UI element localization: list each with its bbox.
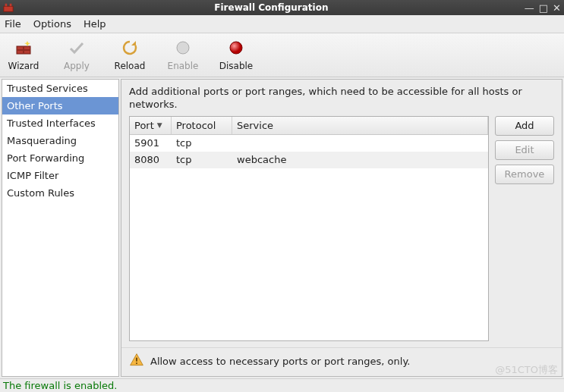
disable-label: Disable <box>219 61 254 71</box>
maximize-button[interactable]: □ <box>539 2 548 14</box>
column-port[interactable]: Port▼ <box>130 117 172 134</box>
reload-button[interactable]: Reload <box>112 39 147 71</box>
svg-point-6 <box>177 42 189 54</box>
column-protocol[interactable]: Protocol <box>172 117 232 134</box>
cell-service <box>232 142 488 145</box>
remove-button[interactable]: Remove <box>495 165 554 184</box>
reload-icon <box>121 39 139 59</box>
menu-file[interactable]: File <box>5 18 21 30</box>
window-title: Firewall Configuration <box>18 2 525 13</box>
button-column: Add Edit Remove <box>495 116 554 341</box>
svg-rect-8 <box>136 358 137 362</box>
sidebar-item-trusted-interfaces[interactable]: Trusted Interfaces <box>2 114 118 132</box>
table-header: Port▼ Protocol Service <box>130 117 488 135</box>
enable-label: Enable <box>168 61 199 71</box>
table-row[interactable]: 8080 tcp webcache <box>130 152 488 168</box>
svg-rect-0 <box>4 6 13 11</box>
reload-label: Reload <box>115 61 146 71</box>
hint-row: Allow access to necessary ports or port … <box>121 347 562 376</box>
wizard-button[interactable]: Wizard <box>6 39 41 71</box>
cell-service: webcache <box>232 152 488 167</box>
sidebar-item-port-forwarding[interactable]: Port Forwarding <box>2 149 118 167</box>
check-icon <box>68 39 86 59</box>
ports-table: Port▼ Protocol Service 5901 tcp 8080 tcp… <box>129 116 489 341</box>
sidebar: Trusted Services Other Ports Trusted Int… <box>2 79 119 377</box>
svg-rect-5 <box>23 46 24 54</box>
sidebar-item-icmp-filter[interactable]: ICMP Filter <box>2 167 118 184</box>
panel-description: Add additional ports or port ranges, whi… <box>121 80 562 116</box>
disable-button[interactable]: Disable <box>219 39 254 71</box>
edit-button[interactable]: Edit <box>495 140 554 160</box>
toolbar: Wizard Apply Reload Enable Disable <box>0 33 564 77</box>
menu-options[interactable]: Options <box>33 18 71 30</box>
add-button[interactable]: Add <box>495 116 554 136</box>
content-panel: Add additional ports or port ranges, whi… <box>121 79 562 377</box>
lamp-red-icon <box>227 39 245 59</box>
svg-rect-2 <box>10 4 12 7</box>
sidebar-item-masquerading[interactable]: Masquerading <box>2 132 118 149</box>
status-text: The firewall is enabled. <box>3 380 117 391</box>
app-icon <box>3 2 14 13</box>
wizard-icon <box>14 39 33 59</box>
svg-point-7 <box>230 42 242 54</box>
warning-icon <box>129 353 144 370</box>
sidebar-item-custom-rules[interactable]: Custom Rules <box>2 184 118 202</box>
hint-text: Allow access to necessary ports or port … <box>150 356 410 367</box>
column-service[interactable]: Service <box>232 117 488 134</box>
sidebar-item-other-ports[interactable]: Other Ports <box>2 97 118 114</box>
sidebar-item-trusted-services[interactable]: Trusted Services <box>2 80 118 97</box>
cell-protocol: tcp <box>172 152 232 167</box>
svg-rect-1 <box>5 4 8 7</box>
table-row[interactable]: 5901 tcp <box>130 135 488 152</box>
minimize-button[interactable]: — <box>525 2 534 14</box>
cell-protocol: tcp <box>172 136 232 150</box>
apply-button[interactable]: Apply <box>59 39 94 71</box>
lamp-off-icon <box>174 39 192 59</box>
close-button[interactable]: ✕ <box>553 2 561 14</box>
statusbar: The firewall is enabled. <box>0 378 564 392</box>
apply-label: Apply <box>64 61 90 71</box>
titlebar: Firewall Configuration — □ ✕ <box>0 0 564 15</box>
sort-desc-icon: ▼ <box>157 121 162 129</box>
cell-port: 8080 <box>130 152 172 167</box>
svg-rect-9 <box>136 362 137 364</box>
wizard-label: Wizard <box>8 61 39 71</box>
cell-port: 5901 <box>130 136 172 150</box>
enable-button[interactable]: Enable <box>165 39 200 71</box>
menubar: File Options Help <box>0 15 564 33</box>
menu-help[interactable]: Help <box>83 18 106 30</box>
